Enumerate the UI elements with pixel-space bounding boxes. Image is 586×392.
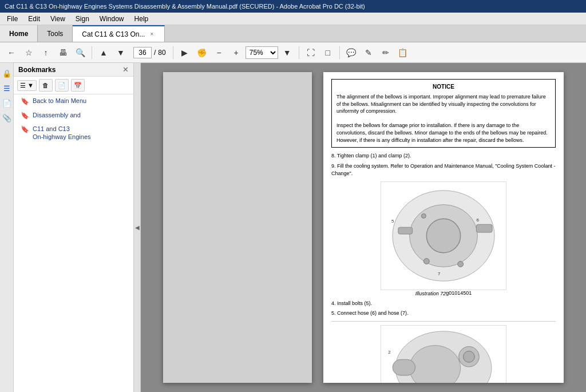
tab-close-button[interactable]: × [148, 30, 155, 38]
svg-text:6: 6 [476, 217, 479, 223]
engine-diagram-1: 5 6 7 Illustration 72 g01014501 [331, 181, 556, 296]
pdf-content-area[interactable]: NOTICE The alignment of the bellows is i… [141, 63, 586, 392]
step-8: 8. Tighten clamp (1) and clamp (2). [331, 152, 556, 160]
zoom-selector[interactable]: 75% 100% 125% 150% [246, 46, 278, 59]
step-4: 4. Install bolts (5). [331, 300, 556, 308]
toolbar-star-button[interactable]: ☆ [21, 45, 37, 60]
toolbar-separator-4 [339, 46, 340, 59]
bookmarks-menu-dropdown[interactable]: ☰ ▼ [17, 80, 37, 91]
tab-tools[interactable]: Tools [38, 25, 73, 42]
svg-point-9 [458, 261, 464, 267]
illustration-72-label: Illustration 72 [415, 291, 446, 296]
page-navigation: / 80 [130, 47, 169, 58]
home-tab-label: Home [9, 30, 28, 38]
engine-illustration-72: 5 6 7 [381, 181, 506, 290]
svg-rect-4 [476, 224, 492, 232]
toolbar-print-button[interactable]: 🖶 [55, 45, 71, 60]
svg-rect-3 [398, 227, 413, 234]
bookmark-label-2: Disassembly and [33, 111, 81, 119]
toolbar-back-button[interactable]: ← [3, 45, 19, 60]
tab-bar: Home Tools Cat C11 & C13 On... × [0, 25, 586, 42]
menu-sign[interactable]: Sign [71, 14, 94, 24]
step-5: 5. Connect hose (6) and hose (7). [331, 310, 556, 318]
sidebar-pages-icon[interactable]: 📄 [1, 97, 13, 109]
svg-point-10 [421, 213, 426, 218]
bookmarks-header: Bookmarks ✕ [14, 63, 133, 77]
menu-edit[interactable]: Edit [23, 14, 45, 24]
menu-bar: File Edit View Sign Window Help [0, 13, 586, 25]
step-9: 9. Fill the cooling system. Refer to Ope… [331, 163, 556, 178]
bookmarks-delete-button[interactable]: 🗑 [39, 79, 53, 92]
toolbar-zoom-in[interactable]: + [228, 45, 244, 60]
tab-home[interactable]: Home [0, 25, 38, 42]
toolbar-draw[interactable]: ✎ [361, 45, 377, 60]
pdf-page-right: NOTICE The alignment of the bellows is i… [323, 72, 564, 383]
toolbar-separator-1 [92, 46, 92, 59]
tools-tab-label: Tools [47, 30, 63, 38]
toolbar-separator-3 [299, 46, 299, 59]
menu-window[interactable]: Window [95, 14, 129, 24]
menu-help[interactable]: Help [130, 14, 153, 24]
notice-text-2: Inspect the bellows for damage prior to … [336, 122, 551, 144]
bookmarks-toolbar: ☰ ▼ 🗑 📄 📅 [14, 77, 133, 94]
menu-file[interactable]: File [2, 14, 22, 24]
bookmark-item-main-menu[interactable]: 🔖 Back to Main Menu [14, 94, 133, 109]
toolbar-comment[interactable]: 💬 [343, 45, 359, 60]
toolbar-zoom-menu[interactable]: ▼ [279, 45, 295, 60]
menu-view[interactable]: View [46, 14, 70, 24]
bookmark-item-disassembly[interactable]: 🔖 Disassembly and [14, 109, 133, 123]
toolbar-hand-tool[interactable]: ✊ [194, 45, 210, 60]
toolbar-highlight[interactable]: ✏ [378, 45, 394, 60]
toolbar-zoom-out[interactable]: − [211, 45, 227, 60]
toolbar-prev-page-button[interactable]: ▲ [96, 45, 112, 60]
sidebar-bookmarks-icon[interactable]: ☰ [1, 82, 13, 94]
bookmark-label-3: C11 and C13On-highway Engines [33, 125, 91, 141]
bookmark-label-1: Back to Main Menu [33, 97, 86, 105]
notice-title: NOTICE [336, 83, 551, 91]
engine-illustration-73: 2 3 4 [381, 325, 506, 383]
svg-point-18 [464, 351, 475, 362]
svg-text:2: 2 [388, 350, 390, 355]
bookmark-icon-2: 🔖 [21, 112, 29, 121]
page-number-input[interactable] [133, 47, 152, 58]
bookmarks-title: Bookmarks [18, 66, 56, 74]
svg-text:5: 5 [391, 219, 394, 224]
toolbar-pages-view[interactable]: □ [320, 45, 336, 60]
main-area: 🔒 ☰ 📄 📎 Bookmarks ✕ ☰ ▼ 🗑 📄 📅 🔖 Back to … [0, 63, 586, 392]
toolbar-select-tool[interactable]: ▶ [177, 45, 193, 60]
bookmark-item-c11-c13[interactable]: 🔖 C11 and C13On-highway Engines [14, 122, 133, 144]
bookmarks-list: 🔖 Back to Main Menu 🔖 Disassembly and 🔖 … [14, 94, 133, 392]
illustration-72-code: g01014501 [446, 290, 472, 296]
svg-point-8 [423, 258, 429, 264]
bookmarks-panel: Bookmarks ✕ ☰ ▼ 🗑 📄 📅 🔖 Back to Main Men… [14, 63, 134, 392]
svg-rect-13 [393, 359, 415, 375]
toolbar-stamp[interactable]: 📋 [395, 45, 411, 60]
bookmarks-close-button[interactable]: ✕ [122, 65, 129, 74]
toolbar-separator-2 [173, 46, 173, 59]
sidebar-icon-panel: 🔒 ☰ 📄 📎 [0, 63, 14, 392]
bookmarks-add-child-button[interactable]: 📄 [55, 79, 69, 92]
bookmark-icon-1: 🔖 [21, 97, 29, 106]
notice-box: NOTICE The alignment of the bellows is i… [331, 79, 556, 148]
toolbar-search-button[interactable]: 🔍 [72, 45, 88, 60]
bookmark-icon-3: 🔖 [21, 125, 29, 134]
sidebar-lock-icon[interactable]: 🔒 [1, 68, 13, 79]
toolbar-upload-button[interactable]: ↑ [38, 45, 54, 60]
page-separator: / [154, 49, 156, 57]
title-text: Cat C11 & C13 On-highway Engines Systems… [5, 3, 365, 10]
pdf-page-left [163, 72, 312, 383]
svg-point-2 [426, 219, 460, 252]
toolbar: ← ☆ ↑ 🖶 🔍 ▲ ▼ / 80 ▶ ✊ − + 75% 100% 125%… [0, 42, 586, 63]
tab-document[interactable]: Cat C11 & C13 On... × [73, 25, 165, 42]
title-bar: Cat C11 & C13 On-highway Engines Systems… [0, 0, 586, 13]
toolbar-next-page-button[interactable]: ▼ [113, 45, 129, 60]
bookmarks-properties-button[interactable]: 📅 [71, 79, 85, 92]
illustration-72-caption: Illustration 72 g01014501 [415, 290, 472, 296]
panel-collapse-handle[interactable]: ◀ [134, 63, 141, 392]
sidebar-attach-icon[interactable]: 📎 [1, 112, 13, 124]
notice-text-1: The alignment of the bellows is importan… [336, 93, 551, 115]
page-total: 80 [158, 49, 165, 57]
toolbar-fit-page[interactable]: ⛶ [303, 45, 319, 60]
doc-tab-label: Cat C11 & C13 On... [82, 30, 145, 38]
engine-diagram-2: 2 3 4 Illustration 73 g01014499 [331, 325, 556, 383]
